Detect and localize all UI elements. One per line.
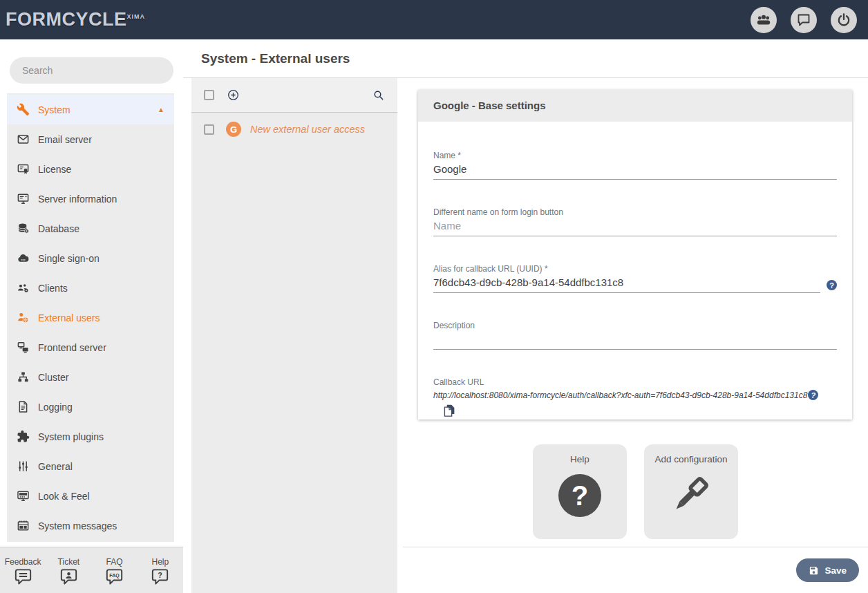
- sliders-icon: [17, 460, 30, 473]
- sidebar-item-label: Single sign-on: [38, 253, 100, 264]
- add-icon[interactable]: [227, 88, 240, 102]
- sidebar-item-frontend-server[interactable]: Frontend server: [7, 332, 174, 362]
- formcycle-logo[interactable]: FORMCYCLEXIMA: [6, 9, 145, 30]
- sidebar-item-label: Database: [38, 223, 79, 234]
- description-label: Description: [433, 321, 837, 330]
- card-body: Name * Different name on form login butt…: [418, 122, 852, 420]
- sidebar-item-label: Look & Feel: [38, 491, 90, 502]
- list-item-label: New external user access: [250, 124, 365, 135]
- sidebar-item-label: External users: [38, 312, 100, 323]
- logging-icon: [17, 400, 30, 413]
- faq-label: FAQ: [106, 557, 123, 567]
- help-tile-label: Help: [570, 454, 589, 464]
- sidebar-item-look-and-feel[interactable]: Look & Feel: [7, 481, 174, 511]
- name-input[interactable]: [433, 163, 837, 180]
- caret-up-icon[interactable]: ▲: [158, 106, 164, 113]
- envelope-icon: [17, 133, 30, 146]
- description-input[interactable]: [433, 333, 837, 350]
- sidebar-item-label: System plugins: [38, 431, 104, 442]
- svg-text:sso: sso: [21, 258, 26, 261]
- sidebar-item-label: System: [38, 104, 70, 115]
- sidebar-item-clients[interactable]: Clients: [7, 273, 174, 303]
- alias-label: Alias for callback URL (UUID) *: [433, 264, 820, 274]
- alias-field-group: Alias for callback URL (UUID) * ?: [433, 264, 837, 293]
- database-icon: [17, 222, 30, 235]
- callback-help-icon[interactable]: ?: [808, 390, 818, 400]
- sso-cloud-icon: sso: [17, 252, 30, 265]
- header-actions: [751, 7, 857, 33]
- login-button-name-input[interactable]: [433, 220, 837, 236]
- sidebar-item-system-messages[interactable]: System messages: [7, 511, 174, 540]
- list-panel: G New external user access: [191, 78, 397, 593]
- faq-button[interactable]: FAQ FAQ: [92, 547, 138, 593]
- sidebar-item-label: Server information: [38, 194, 117, 205]
- sidebar-item-system-plugins[interactable]: System plugins: [7, 422, 174, 451]
- floppy-icon: [809, 565, 819, 576]
- save-button-label: Save: [824, 565, 847, 576]
- logo-text: FORMCYCLE: [6, 9, 127, 30]
- callback-url-label: Callback URL: [433, 377, 837, 387]
- name-field-group: Name *: [433, 151, 837, 180]
- select-all-checkbox[interactable]: [204, 90, 214, 100]
- help-label: Help: [152, 557, 169, 567]
- sidebar-item-label: Clients: [38, 283, 68, 294]
- monitor-icon: [17, 489, 30, 502]
- search-input[interactable]: [10, 57, 173, 84]
- ticket-button[interactable]: Ticket: [46, 547, 91, 593]
- login-button-name-field-group: Different name on form login button: [433, 207, 837, 236]
- sidebar-item-database[interactable]: Database: [7, 214, 174, 243]
- name-label: Name *: [433, 151, 837, 160]
- sidebar-item-label: Logging: [38, 402, 73, 413]
- save-button[interactable]: Save: [796, 558, 859, 582]
- sidebar-search: [0, 39, 183, 93]
- sidebar-item-general[interactable]: General: [7, 451, 174, 481]
- help-tile[interactable]: Help ?: [533, 444, 627, 539]
- add-configuration-tile[interactable]: Add configuration: [644, 444, 738, 539]
- sidebar-footer: Feedback Ticket FAQ FAQ Help: [0, 547, 183, 593]
- question-mark-icon: ?: [558, 474, 601, 517]
- external-user-icon: [17, 311, 30, 324]
- system-messages-icon: [17, 519, 30, 532]
- list-toolbar: [191, 78, 397, 113]
- sidebar: System ▲ Email server License: [0, 39, 183, 593]
- wrench-icon: [17, 103, 30, 116]
- base-settings-card: Google - Base settings Name * Different …: [418, 90, 852, 420]
- sidebar-item-cluster[interactable]: Cluster: [7, 362, 174, 392]
- clients-icon: [17, 281, 30, 294]
- login-button-name-label: Different name on form login button: [433, 207, 837, 217]
- sidebar-item-label: License: [38, 164, 71, 175]
- puzzle-icon: [17, 430, 30, 443]
- chat-bubble-icon[interactable]: [791, 7, 817, 33]
- sidebar-item-single-sign-on[interactable]: sso Single sign-on: [7, 243, 174, 273]
- page-title: System - External users: [201, 51, 350, 66]
- feedback-button[interactable]: Feedback: [0, 547, 46, 593]
- search-icon[interactable]: [372, 89, 385, 102]
- add-configuration-label: Add configuration: [654, 454, 727, 464]
- list-item[interactable]: G New external user access: [191, 113, 397, 146]
- users-icon[interactable]: [751, 7, 777, 33]
- sidebar-item-external-users[interactable]: External users: [7, 303, 174, 332]
- main-content: Google - Base settings Name * Different …: [403, 78, 868, 593]
- cluster-icon: [17, 370, 30, 384]
- svg-text:?: ?: [158, 571, 163, 579]
- sidebar-item-license[interactable]: License: [7, 154, 174, 184]
- sidebar-item-label: Email server: [38, 134, 92, 145]
- action-tiles: Help ? Add configuration: [403, 444, 868, 539]
- copy-icon[interactable]: [443, 404, 455, 420]
- alias-help-icon[interactable]: ?: [827, 280, 837, 290]
- sidebar-item-system[interactable]: System ▲: [7, 95, 174, 124]
- card-title: Google - Base settings: [418, 90, 852, 122]
- description-field-group: Description: [433, 321, 837, 350]
- sidebar-item-server-information[interactable]: Server information: [7, 184, 174, 214]
- row-checkbox[interactable]: [204, 124, 214, 135]
- power-icon[interactable]: [831, 7, 857, 33]
- alias-input[interactable]: [433, 276, 820, 293]
- sidebar-item-logging[interactable]: Logging: [7, 392, 174, 422]
- help-button[interactable]: Help ?: [138, 547, 183, 593]
- page-title-bar: System - External users: [183, 39, 868, 78]
- sidebar-item-email-server[interactable]: Email server: [7, 124, 174, 154]
- sidebar-menu: System ▲ Email server License: [7, 93, 174, 542]
- top-header: FORMCYCLEXIMA: [0, 0, 868, 39]
- callback-url-group: Callback URL http://localhost:8080/xima-…: [433, 377, 837, 420]
- frontend-server-icon: [17, 341, 30, 354]
